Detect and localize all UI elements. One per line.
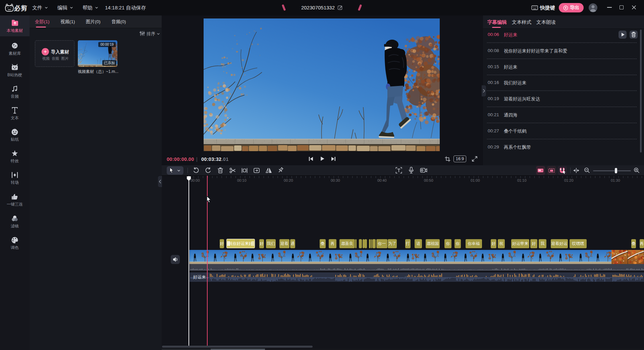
svg-text:00:00: 00:00 (191, 178, 200, 182)
svg-text:00:40: 00:40 (377, 178, 387, 182)
svg-text:00:20: 00:20 (284, 178, 293, 182)
svg-text:00:50: 00:50 (424, 178, 433, 182)
svg-text:01:20: 01:20 (564, 178, 574, 182)
svg-text:01:10: 01:10 (517, 178, 527, 182)
svg-text:00:30: 00:30 (331, 178, 340, 182)
svg-text:00:10: 00:10 (237, 178, 247, 182)
svg-text:01:30: 01:30 (611, 178, 620, 182)
svg-text:01:00: 01:00 (471, 178, 480, 182)
